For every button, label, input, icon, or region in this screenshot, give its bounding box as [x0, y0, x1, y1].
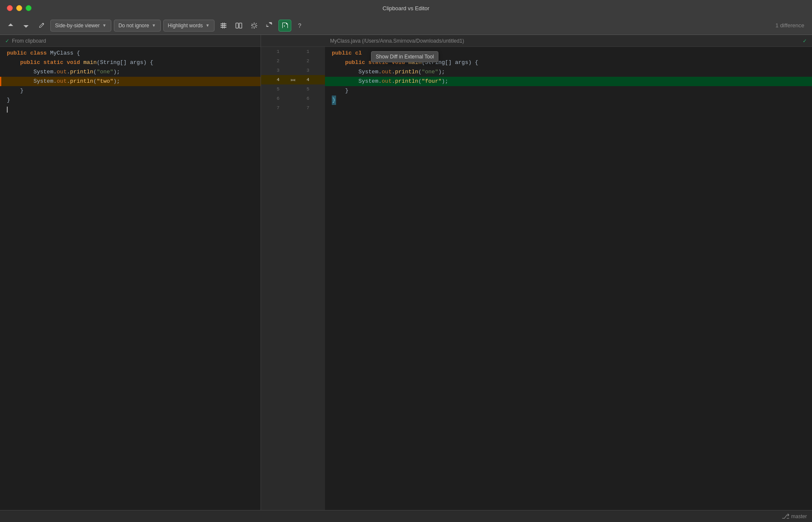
right-code-line-3: System.out.println("one"); [325, 67, 812, 77]
right-check-icon: ✓ [803, 38, 807, 44]
left-panel-header: ✓ From clipboard [0, 35, 261, 47]
gutter-row-5: 5 5 [261, 84, 325, 94]
gutter-row-2: 2 2 [261, 56, 325, 66]
tooltip: Show Diff in External Tool [371, 51, 438, 62]
edit-button[interactable] [35, 20, 48, 32]
svg-rect-6 [239, 23, 242, 28]
viewer-dropdown[interactable]: Side-by-side viewer ▼ [50, 20, 111, 32]
right-panel-header: MyClass.java (/Users/Anna.Smirnova/Downl… [325, 35, 812, 47]
window-title: Clipboard vs Editor [383, 5, 429, 12]
align-button[interactable] [217, 20, 230, 32]
left-panel-label: From clipboard [12, 38, 46, 44]
tooltip-text: Show Diff in External Tool [376, 54, 434, 60]
ignore-label: Do not ignore [119, 23, 149, 29]
close-button[interactable] [7, 5, 13, 11]
left-check-icon: ✓ [5, 38, 9, 44]
highlight-dropdown[interactable]: Highlight words ▼ [163, 20, 215, 32]
status-bar: ⎇ master [0, 510, 812, 522]
gutter-header [261, 35, 325, 47]
left-code-line-6: } [0, 96, 261, 105]
main-content: ✓ From clipboard public class MyClass { … [0, 35, 812, 510]
right-code-line-5: } [325, 86, 812, 96]
left-code-line-1: public class MyClass { [0, 49, 261, 58]
svg-rect-0 [220, 23, 226, 24]
ignore-dropdown[interactable]: Do not ignore ▼ [114, 20, 161, 32]
help-button[interactable]: ? [294, 20, 306, 32]
svg-rect-2 [220, 27, 226, 28]
settings-button[interactable] [248, 20, 261, 32]
columns-button[interactable] [232, 20, 245, 32]
left-code-line-5: } [0, 86, 261, 96]
maximize-button[interactable] [26, 5, 32, 11]
center-gutter: 1 1 2 2 3 3 4 »« 4 5 5 [261, 35, 325, 510]
right-code-line-7 [325, 105, 812, 114]
left-code-area[interactable]: public class MyClass { public static voi… [0, 47, 261, 510]
toolbar: Side-by-side viewer ▼ Do not ignore ▼ Hi… [0, 16, 812, 35]
minimize-button[interactable] [16, 5, 22, 11]
gutter-row-1: 1 1 [261, 47, 325, 56]
left-code-line-3: System.out.println("one"); [0, 67, 261, 77]
diff-count: 1 difference [775, 22, 804, 29]
right-code-line-4: System.out.println("four"); [325, 77, 812, 86]
right-code-line-6: } [325, 96, 812, 105]
viewer-dropdown-arrow: ▼ [102, 23, 107, 28]
cursor [7, 107, 8, 113]
git-branch-name: master [791, 513, 807, 519]
external-diff-button[interactable] [278, 20, 291, 32]
ignore-dropdown-arrow: ▼ [152, 23, 156, 28]
highlight-label: Highlight words [168, 23, 203, 29]
right-code-area[interactable]: public cl public static void main(String… [325, 47, 812, 510]
viewer-label: Side-by-side viewer [55, 23, 100, 29]
gutter-row-4: 4 »« 4 [261, 75, 325, 84]
title-bar: Clipboard vs Editor [0, 0, 812, 16]
git-branch-icon: ⎇ [782, 512, 789, 520]
right-panel-label: MyClass.java (/Users/Anna.Smirnova/Downl… [330, 38, 464, 44]
sync-button[interactable] [263, 20, 276, 32]
prev-diff-button[interactable] [4, 20, 17, 32]
left-code-line-2: public static void main(String[] args) { [0, 58, 261, 67]
svg-rect-1 [220, 25, 226, 26]
gutter-row-6: 6 6 [261, 94, 325, 103]
left-code-line-7 [0, 105, 261, 114]
svg-rect-5 [236, 23, 238, 28]
gutter-lines: 1 1 2 2 3 3 4 »« 4 5 5 [261, 47, 325, 113]
next-diff-button[interactable] [20, 20, 32, 32]
traffic-lights [7, 5, 32, 11]
gutter-row-7: 7 7 [261, 103, 325, 113]
left-code-line-4: System.out.println("two"); [0, 77, 261, 86]
left-panel: ✓ From clipboard public class MyClass { … [0, 35, 261, 510]
right-panel: MyClass.java (/Users/Anna.Smirnova/Downl… [325, 35, 812, 510]
gutter-row-3: 3 3 [261, 66, 325, 75]
bracket-highlight: } [332, 96, 336, 105]
highlight-dropdown-arrow: ▼ [206, 23, 210, 28]
